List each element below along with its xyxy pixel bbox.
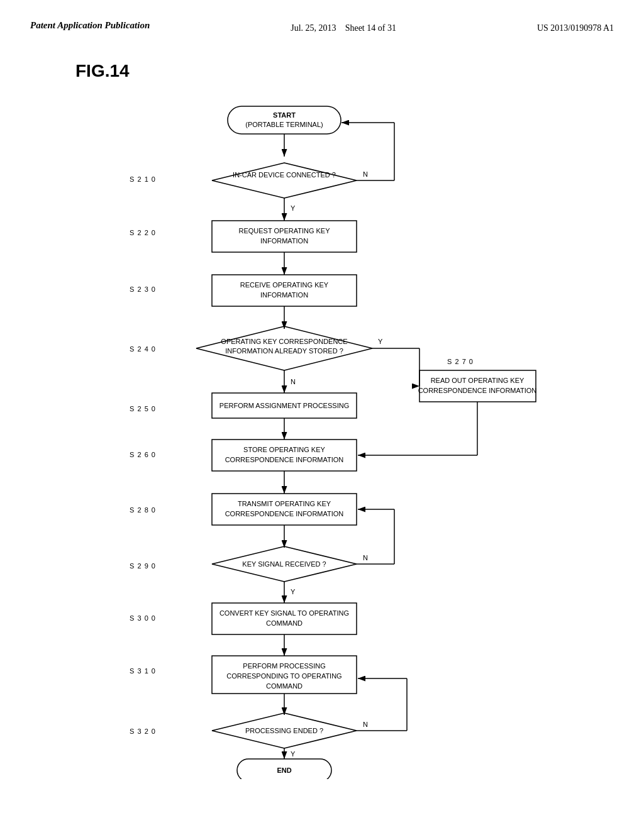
header-center: Jul. 25, 2013 Sheet 14 of 31 — [291, 18, 396, 36]
svg-text:RECEIVE OPERATING KEY: RECEIVE OPERATING KEY — [240, 281, 329, 289]
svg-text:OPERATING KEY CORRESPONDENCE: OPERATING KEY CORRESPONDENCE — [221, 338, 347, 345]
svg-text:S 2 9 0: S 2 9 0 — [130, 562, 156, 570]
svg-text:N: N — [363, 721, 368, 728]
patent-number: US 2013/0190978 A1 — [537, 18, 614, 36]
svg-text:END: END — [277, 766, 291, 774]
svg-text:START: START — [273, 111, 296, 119]
svg-text:REQUEST OPERATING KEY: REQUEST OPERATING KEY — [238, 227, 330, 235]
svg-rect-33 — [419, 370, 536, 402]
svg-text:COMMAND: COMMAND — [266, 619, 303, 627]
svg-text:KEY SIGNAL RECEIVED ?: KEY SIGNAL RECEIVED ? — [242, 560, 326, 568]
svg-text:S 2 4 0: S 2 4 0 — [130, 345, 156, 353]
main-content: FIG.14 START (PORTABLE TERMINAL) S 2 1 0… — [0, 36, 644, 804]
publication-date: Jul. 25, 2013 — [291, 23, 336, 33]
svg-rect-2 — [228, 106, 341, 134]
svg-text:CORRESPONDING TO OPERATING: CORRESPONDING TO OPERATING — [226, 672, 341, 680]
svg-text:S 2 6 0: S 2 6 0 — [130, 451, 156, 458]
svg-rect-45 — [212, 440, 357, 471]
svg-text:Y: Y — [291, 750, 296, 758]
svg-text:S 3 0 0: S 3 0 0 — [130, 614, 156, 622]
svg-text:INFORMATION ALREADY STORED ?: INFORMATION ALREADY STORED ? — [225, 347, 343, 355]
svg-text:S 2 1 0: S 2 1 0 — [130, 175, 156, 183]
svg-text:S 2 3 0: S 2 3 0 — [130, 285, 156, 293]
publication-title: Patent Application Publication — [30, 18, 150, 33]
svg-rect-52 — [212, 494, 357, 525]
svg-marker-8 — [212, 163, 357, 198]
svg-text:S 2 8 0: S 2 8 0 — [130, 506, 156, 514]
svg-text:Y: Y — [291, 204, 296, 212]
svg-text:Y: Y — [291, 588, 296, 595]
svg-text:INFORMATION: INFORMATION — [260, 237, 308, 245]
svg-text:N: N — [363, 170, 368, 178]
svg-text:CORRESPONDENCE INFORMATION: CORRESPONDENCE INFORMATION — [225, 510, 344, 517]
svg-text:S 3 1 0: S 3 1 0 — [130, 667, 156, 675]
svg-text:CORRESPONDENCE INFORMATION: CORRESPONDENCE INFORMATION — [418, 387, 537, 394]
svg-text:S 3 2 0: S 3 2 0 — [130, 728, 156, 735]
svg-text:S 2 2 0: S 2 2 0 — [130, 229, 156, 236]
svg-text:S 2 5 0: S 2 5 0 — [130, 405, 156, 412]
svg-text:TRANSMIT OPERATING KEY: TRANSMIT OPERATING KEY — [238, 500, 331, 507]
svg-text:(PORTABLE TERMINAL): (PORTABLE TERMINAL) — [245, 121, 323, 128]
svg-text:READ OUT OPERATING KEY: READ OUT OPERATING KEY — [431, 377, 525, 384]
svg-text:N: N — [291, 378, 296, 385]
svg-text:CORRESPONDENCE INFORMATION: CORRESPONDENCE INFORMATION — [225, 456, 344, 463]
svg-text:N: N — [363, 554, 368, 562]
svg-rect-17 — [212, 221, 357, 252]
svg-rect-66 — [212, 603, 357, 634]
svg-text:STORE OPERATING KEY: STORE OPERATING KEY — [243, 446, 325, 453]
svg-text:Y: Y — [378, 338, 383, 345]
page-header: Patent Application Publication Jul. 25, … — [0, 0, 644, 36]
svg-text:CONVERT KEY SIGNAL TO OPERATIN: CONVERT KEY SIGNAL TO OPERATING — [219, 609, 349, 617]
svg-text:PERFORM ASSIGNMENT PROCESSING: PERFORM ASSIGNMENT PROCESSING — [219, 402, 349, 409]
svg-rect-22 — [212, 275, 357, 306]
svg-text:IN-CAR DEVICE CONNECTED ?: IN-CAR DEVICE CONNECTED ? — [233, 171, 336, 179]
svg-text:PROCESSING ENDED ?: PROCESSING ENDED ? — [245, 727, 323, 734]
svg-text:PERFORM PROCESSING: PERFORM PROCESSING — [243, 662, 325, 670]
sheet-info: Sheet 14 of 31 — [345, 23, 396, 33]
svg-text:S 2 7 0: S 2 7 0 — [447, 358, 474, 365]
svg-text:COMMAND: COMMAND — [266, 682, 303, 690]
flowchart-svg: START (PORTABLE TERMINAL) S 2 1 0 IN-CAR… — [86, 100, 558, 779]
svg-text:INFORMATION: INFORMATION — [260, 291, 308, 299]
figure-title: FIG.14 — [75, 61, 606, 81]
